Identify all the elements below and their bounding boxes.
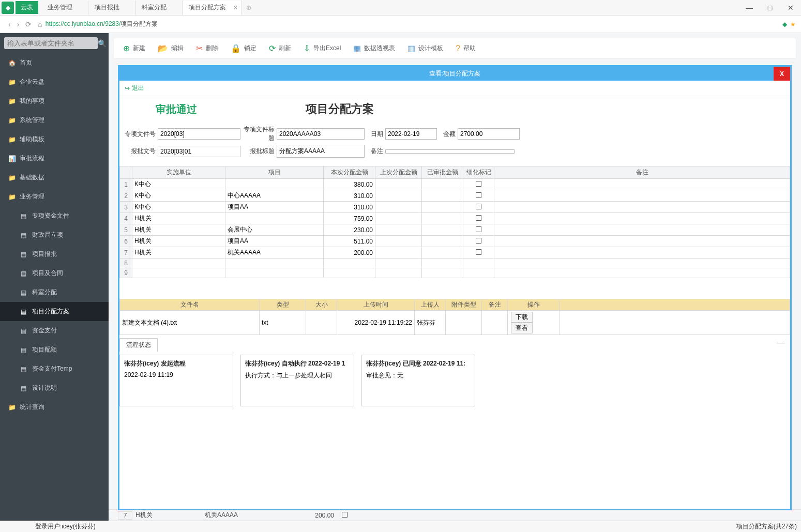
sidebar-subitem[interactable]: ▤项目及合同 — [0, 264, 109, 283]
col-cur[interactable]: 本次分配金额 — [324, 166, 375, 179]
flow-status-tab[interactable]: 流程状态 — [119, 338, 158, 352]
checkbox-icon[interactable] — [476, 181, 481, 187]
sidebar-subitem[interactable]: ▤科室分配 — [0, 283, 109, 302]
approve-no-field[interactable]: 2020[03]01 — [158, 146, 240, 157]
sidebar-subitem[interactable]: ▤专项资金文件 — [0, 206, 109, 225]
view-button[interactable]: 查看 — [511, 323, 533, 333]
record-count: 项目分配方案(共27条) — [736, 522, 797, 531]
table-row[interactable]: 2K中心中心AAAAA310.00 — [120, 190, 790, 202]
close-icon[interactable]: × — [234, 4, 237, 11]
folder-icon: 🏠 — [8, 59, 16, 67]
tab-dept[interactable]: 科室分配 — [135, 1, 183, 15]
sidebar-subitem[interactable]: ▤项目配额 — [0, 340, 109, 359]
doc-title-field[interactable]: 2020AAAAA03 — [277, 128, 365, 140]
file-icon: ▤ — [21, 251, 28, 258]
app-icon[interactable]: ◆ — [2, 2, 14, 14]
back-icon[interactable]: ‹ — [8, 20, 11, 28]
sidebar-item[interactable]: 🏠首页 — [0, 53, 109, 72]
sidebar-item[interactable]: 📁基础数据 — [0, 168, 109, 187]
sidebar-item[interactable]: 📁辅助模板 — [0, 130, 109, 149]
checkbox-icon[interactable] — [476, 238, 481, 244]
table-row[interactable]: 7H机关机关AAAAA200.00 — [120, 247, 790, 259]
table-row[interactable]: 4H机关759.00 — [120, 213, 790, 224]
download-button[interactable]: 下载 — [511, 312, 533, 323]
refresh-icon[interactable]: ⟳ — [25, 20, 32, 28]
col-filename: 文件名 — [120, 299, 260, 311]
tab-allocation[interactable]: 项目分配方案× — [183, 1, 242, 15]
checkbox-icon[interactable] — [476, 226, 481, 232]
app-name: 云表 — [16, 1, 38, 14]
file-icon: ▤ — [21, 366, 28, 373]
plus-icon: ⊕ — [123, 43, 130, 53]
attachment-grid[interactable]: 文件名 类型 大小 上传时间 上传人 附件类型 备注 操作 新建文本文档 (4)… — [119, 299, 790, 335]
exit-button[interactable]: ↪退出 — [119, 81, 790, 96]
sidebar-item[interactable]: 📊审批流程 — [0, 149, 109, 168]
lock-icon: 🔒 — [231, 43, 241, 53]
search-icon[interactable]: 🔍 — [98, 37, 107, 49]
date-label: 日期 — [365, 130, 385, 139]
window-maximize[interactable]: □ — [760, 4, 780, 12]
new-button[interactable]: ⊕新建 — [123, 43, 145, 53]
bookmark-icon[interactable]: ◆ — [782, 21, 787, 28]
home-icon[interactable]: ⌂ — [38, 20, 42, 28]
col-remark[interactable]: 备注 — [494, 166, 790, 179]
allocation-grid[interactable]: 实施单位 项目 本次分配金额 上次分配金额 已审批金额 细化标记 备注 1K中心… — [119, 166, 790, 278]
sidebar-subitem[interactable]: ▤资金支付 — [0, 321, 109, 340]
tab-add-button[interactable]: ⊕ — [242, 4, 255, 11]
remark-field[interactable] — [385, 149, 515, 154]
approve-title-field[interactable]: 分配方案AAAAA — [277, 145, 365, 158]
edit-button[interactable]: 📂编辑 — [158, 43, 184, 53]
lock-button[interactable]: 🔒锁定 — [231, 43, 256, 53]
flow-card: 张芬芬(icey) 已同意 2022-02-19 11:审批意见：无 — [361, 355, 475, 406]
table-row[interactable]: 9 — [120, 268, 790, 278]
col-approved[interactable]: 已审批金额 — [422, 166, 463, 179]
export-button[interactable]: ⇩导出Excel — [304, 43, 341, 53]
minimize-icon[interactable]: — — [777, 338, 790, 347]
sidebar-subitem[interactable]: ▤项目分配方案 — [0, 302, 109, 321]
col-prev[interactable]: 上次分配金额 — [375, 166, 422, 179]
window-close[interactable]: ✕ — [780, 4, 801, 12]
star-icon[interactable]: ★ — [790, 21, 796, 28]
help-button[interactable]: ?帮助 — [456, 43, 476, 53]
search-input[interactable] — [4, 37, 98, 49]
checkbox-icon[interactable] — [476, 249, 481, 255]
template-button[interactable]: ▥设计模板 — [407, 43, 443, 53]
forward-icon[interactable]: › — [17, 20, 20, 28]
date-field[interactable]: 2022-02-19 — [385, 128, 437, 140]
approve-no-label: 报批文号 — [122, 147, 158, 156]
delete-button[interactable]: ✂删除 — [196, 43, 218, 53]
checkbox-icon[interactable] — [476, 215, 481, 221]
sidebar-subitem[interactable]: ▤资金支付Temp — [0, 359, 109, 378]
tab-business[interactable]: 业务管理 — [41, 1, 88, 15]
table-row[interactable]: 6H机关项目AA511.00 — [120, 236, 790, 247]
sidebar-subitem[interactable]: ▤项目报批 — [0, 245, 109, 264]
sidebar-item[interactable]: 📁业务管理 — [0, 187, 109, 206]
doc-no-field[interactable]: 2020[03] — [158, 128, 240, 140]
sidebar-item[interactable]: 📁系统管理 — [0, 111, 109, 130]
dialog-close-button[interactable]: X — [774, 67, 790, 81]
file-icon: ▤ — [21, 270, 28, 277]
refresh-button[interactable]: ⟳刷新 — [269, 43, 291, 53]
dialog: 查看:项目分配方案 X ↪退出 审批通过 项目分配方案 专项文件号2020[03… — [118, 65, 792, 510]
col-unit[interactable]: 实施单位 — [132, 166, 225, 179]
pivot-button[interactable]: ▦数据透视表 — [353, 43, 395, 53]
checkbox-icon[interactable] — [476, 204, 481, 209]
table-row[interactable]: 8 — [120, 259, 790, 268]
amount-field[interactable]: 2700.00 — [458, 128, 520, 140]
sidebar-subitem[interactable]: ▤设计说明 — [0, 378, 109, 398]
sidebar-item-stats[interactable]: 📁 统计查询 — [0, 398, 109, 417]
folder-icon: 📁 — [8, 136, 16, 143]
window-minimize[interactable]: — — [739, 4, 760, 12]
col-refine[interactable]: 细化标记 — [463, 166, 494, 179]
attachment-row[interactable]: 新建文本文档 (4).txt txt 2022-02-19 11:19:22 张… — [120, 311, 790, 335]
table-row[interactable]: 5H机关会展中心230.00 — [120, 224, 790, 236]
col-project[interactable]: 项目 — [225, 166, 324, 179]
sidebar-subitem[interactable]: ▤财政局立项 — [0, 225, 109, 245]
sidebar-item[interactable]: 📁我的事项 — [0, 92, 109, 111]
checkbox-icon[interactable] — [476, 192, 481, 198]
sidebar-item[interactable]: 📁企业云盘 — [0, 72, 109, 92]
refresh-icon: ⟳ — [269, 43, 276, 53]
tab-approval[interactable]: 项目报批 — [88, 1, 135, 15]
table-row[interactable]: 1K中心380.00 — [120, 179, 790, 190]
table-row[interactable]: 3K中心项目AA310.00 — [120, 202, 790, 213]
